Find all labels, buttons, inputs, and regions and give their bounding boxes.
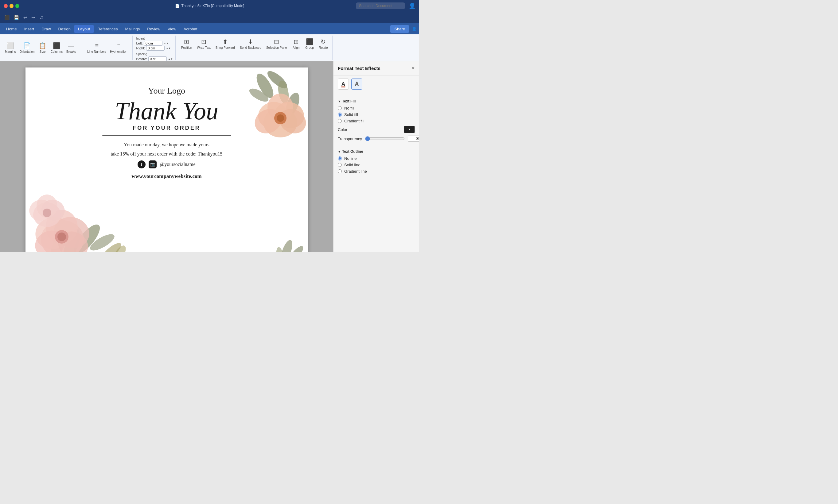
position-button[interactable]: ⊞ Position [179, 37, 194, 51]
gradient-fill-radio[interactable] [338, 119, 342, 123]
title-right-controls: 👤 [356, 2, 415, 9]
user-account-icon: 👤 [412, 27, 417, 31]
no-line-option[interactable]: No line [338, 156, 415, 161]
indent-left-row: Left: ▲▼ [136, 41, 173, 46]
align-button[interactable]: ⊞ Align [290, 37, 302, 51]
spacing-before-row: Before: ▲▼ [136, 56, 173, 61]
columns-button[interactable]: ⬛ Columns [49, 41, 65, 55]
search-input[interactable] [356, 2, 405, 9]
text-outline-options: No line Solid line Gradient line [338, 156, 415, 174]
instagram-icon: 📷 [149, 160, 157, 168]
rotate-button[interactable]: ↻ Rotate [317, 37, 329, 51]
text-fill-color-button[interactable]: A [338, 78, 349, 90]
extra-buttons: ≡ Line Numbers ⁻ Hyphenation [85, 37, 129, 59]
spacing-before-spin[interactable]: ▲▼ [168, 58, 173, 60]
breaks-icon: — [68, 42, 74, 49]
menu-layout[interactable]: Layout [74, 25, 93, 33]
solid-line-option[interactable]: Solid line [338, 163, 415, 167]
redo-button[interactable]: ↪ [30, 14, 37, 21]
gradient-line-option[interactable]: Gradient line [338, 169, 415, 174]
transparency-value-input[interactable] [408, 136, 419, 142]
window-controls[interactable] [4, 4, 19, 8]
text-effect-style-section: A A [334, 75, 419, 96]
doc-divider [102, 135, 231, 136]
group-button[interactable]: ⬛ Group [303, 37, 316, 51]
floral-bottom-left [25, 154, 148, 252]
menu-home[interactable]: Home [2, 25, 21, 33]
rotate-icon: ↻ [321, 38, 326, 46]
bring-forward-button[interactable]: ⬆ Bring Forward [214, 37, 237, 51]
transparency-slider[interactable] [365, 136, 405, 141]
gradient-fill-option[interactable]: Gradient fill [338, 119, 415, 123]
text-fill-header[interactable]: ▼ Text Fill [338, 99, 415, 103]
doc-website-text: www.yourcompanywebsite.com [132, 173, 202, 179]
ribbon-group-arrange: ⊞ Position ⊡ Wrap Text ⬆ Bring Forward ⬇… [177, 36, 332, 60]
ribbon-group-extra: ≡ Line Numbers ⁻ Hyphenation [82, 36, 132, 60]
window-title: 📄 Thankyou5inX7in [Compatibility Mode] [175, 4, 244, 8]
color-picker-chevron-icon: ▼ [408, 128, 411, 131]
text-a-outline-icon: A [355, 81, 359, 87]
menu-draw[interactable]: Draw [38, 25, 54, 33]
menu-references[interactable]: References [93, 25, 121, 33]
panel-close-button[interactable]: × [411, 65, 415, 71]
print-button[interactable]: 🖨 [37, 14, 46, 21]
menu-acrobat[interactable]: Acrobat [180, 25, 201, 33]
save-button[interactable]: ⬛ [2, 14, 11, 21]
minimize-button[interactable] [10, 4, 14, 8]
text-outline-style-button[interactable]: A [351, 78, 362, 90]
ribbon: ⬜ Margins 📄 Orientation 📋 Size ⬛ Columns… [0, 34, 419, 61]
doc-social-handle: @yoursocialname [160, 162, 195, 167]
send-backward-icon: ⬇ [248, 38, 253, 46]
gradient-line-radio[interactable] [338, 169, 342, 173]
selection-pane-button[interactable]: ⊟ Selection Pane [264, 37, 289, 51]
indent-right-spin[interactable]: ▲▼ [166, 47, 171, 50]
menu-design[interactable]: Design [55, 25, 74, 33]
menu-view[interactable]: View [164, 25, 180, 33]
indent-right-input[interactable] [146, 46, 165, 51]
hyphenation-button[interactable]: ⁻ Hyphenation [108, 41, 129, 55]
share-button[interactable]: Share [390, 25, 409, 33]
color-picker-button[interactable]: ▼ [404, 126, 415, 133]
document-canvas[interactable]: Your Logo Thank You FOR YOUR ORDER You m… [0, 61, 333, 252]
doc-thankyou-text: Thank You [115, 99, 218, 123]
menu-review[interactable]: Review [143, 25, 164, 33]
menu-mailings[interactable]: Mailings [122, 25, 144, 33]
orientation-button[interactable]: 📄 Orientation [18, 41, 36, 55]
no-fill-radio[interactable] [338, 106, 342, 110]
no-line-radio[interactable] [338, 157, 342, 160]
text-fill-options: No fill Solid fill Gradient fill [338, 106, 415, 123]
solid-fill-option[interactable]: Solid fill [338, 112, 415, 117]
margins-button[interactable]: ⬜ Margins [3, 41, 18, 55]
solid-line-radio[interactable] [338, 163, 342, 167]
save-file-button[interactable]: 💾 [12, 14, 21, 21]
close-button[interactable] [4, 4, 8, 8]
indent-right-row: Right: ▲▼ [136, 46, 173, 51]
bring-forward-icon: ⬆ [223, 38, 228, 46]
selection-pane-icon: ⊟ [274, 38, 279, 46]
send-backward-button[interactable]: ⬇ Send Backward [238, 37, 263, 51]
panel-title: Format Text Effects [338, 66, 380, 71]
menu-right-area: Share 👤 [390, 25, 417, 33]
doc-logo-text: Your Logo [148, 86, 185, 96]
quick-access-toolbar: ⬛ 💾 ↩ ↪ 🖨 [0, 12, 419, 23]
line-numbers-button[interactable]: ≡ Line Numbers [85, 41, 108, 55]
indent-section: Indent Left: ▲▼ Right: ▲▼ [136, 37, 173, 51]
size-button[interactable]: 📋 Size [36, 41, 49, 55]
text-outline-header[interactable]: ▼ Text Outline [338, 149, 415, 154]
svg-point-24 [57, 233, 66, 241]
indent-left-input[interactable] [144, 41, 163, 46]
panel-header: Format Text Effects × [334, 61, 419, 75]
wrap-text-button[interactable]: ⊡ Wrap Text [195, 37, 212, 51]
wrap-text-icon: ⊡ [201, 38, 206, 46]
solid-fill-radio[interactable] [338, 112, 342, 116]
format-text-effects-panel: Format Text Effects × A A ▼ Text Fill [333, 61, 419, 252]
doc-tagline-text: You made our day, we hope we made yours [124, 142, 209, 147]
line-numbers-icon: ≡ [95, 42, 99, 49]
undo-button[interactable]: ↩ [21, 14, 29, 21]
menu-insert[interactable]: Insert [21, 25, 38, 33]
no-fill-option[interactable]: No fill [338, 106, 415, 110]
maximize-button[interactable] [15, 4, 19, 8]
breaks-button[interactable]: — Breaks [65, 41, 78, 55]
spacing-before-input[interactable] [148, 56, 167, 61]
indent-left-spin[interactable]: ▲▼ [164, 42, 169, 45]
